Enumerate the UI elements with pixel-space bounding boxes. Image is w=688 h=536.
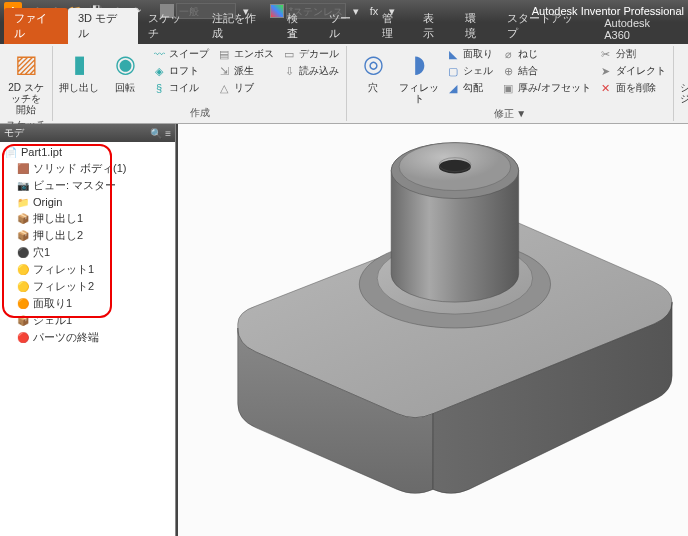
tree-item[interactable]: 📦シェル1 xyxy=(2,312,173,329)
rib-button[interactable]: △リブ xyxy=(214,80,277,96)
tab-a360[interactable]: Autodesk A360 xyxy=(594,14,688,44)
shell-button[interactable]: ▢シェル xyxy=(443,63,496,79)
combine-button[interactable]: ⊕結合 xyxy=(498,63,594,79)
tree-item-label: Origin xyxy=(33,196,62,208)
model-browser-title: モデ xyxy=(4,126,24,140)
sweep-icon: 〰 xyxy=(152,47,166,61)
tab-file[interactable]: ファイル xyxy=(4,8,68,44)
coil-button[interactable]: §コイル xyxy=(149,80,212,96)
tree-item-label: パーツの終端 xyxy=(33,330,99,345)
tree-item-icon: ⚫ xyxy=(16,246,30,260)
loft-icon: ◈ xyxy=(152,64,166,78)
tree-item-icon: 🟫 xyxy=(16,162,30,176)
tree-item-icon: 🟡 xyxy=(16,263,30,277)
tab-view[interactable]: 表示 xyxy=(413,8,455,44)
shape-gen-icon: ◆ xyxy=(684,48,688,80)
tab-sketch[interactable]: スケッチ xyxy=(138,8,202,44)
emboss-button[interactable]: ▤エンボス xyxy=(214,46,277,62)
tree-item[interactable]: 🟡フィレット2 xyxy=(2,278,173,295)
tree-item-label: ビュー: マスター xyxy=(33,178,116,193)
main-area: モデ 🔍 ≡ 📄Part1.ipt🟫ソリッド ボディ(1)📷ビュー: マスター📁… xyxy=(0,124,688,536)
fillet-icon: ◗ xyxy=(403,48,435,80)
tab-startup[interactable]: スタートアップ xyxy=(497,8,594,44)
ribbon-group-create: ▮ 押し出し ◉ 回転 〰スイープ ◈ロフト §コイル ▤エンボス ⇲派生 △リ… xyxy=(53,46,347,121)
loft-button[interactable]: ◈ロフト xyxy=(149,63,212,79)
thread-button[interactable]: ⌀ねじ xyxy=(498,46,594,62)
tab-annotate[interactable]: 注記を作成 xyxy=(202,8,277,44)
extrude-button[interactable]: ▮ 押し出し xyxy=(57,46,101,95)
combine-icon: ⊕ xyxy=(501,64,515,78)
tree-item-label: フィレット1 xyxy=(33,262,94,277)
fillet-button[interactable]: ◗ フィレット xyxy=(397,46,441,106)
tree-item[interactable]: 🟠面取り1 xyxy=(2,295,173,312)
split-button[interactable]: ✂分割 xyxy=(596,46,669,62)
tree-item[interactable]: 🟡フィレット1 xyxy=(2,261,173,278)
shell-icon: ▢ xyxy=(446,64,460,78)
tree-item[interactable]: 🟫ソリッド ボディ(1) xyxy=(2,160,173,177)
tab-environment[interactable]: 環境 xyxy=(455,8,497,44)
tree-item[interactable]: 📦押し出し2 xyxy=(2,227,173,244)
tab-tools[interactable]: ツール xyxy=(319,8,372,44)
tree-item-icon: 📁 xyxy=(16,195,30,209)
revolve-icon: ◉ xyxy=(109,48,141,80)
ribbon-group-modify: ◎ 穴 ◗ フィレット ◣面取り ▢シェル ◢勾配 ⌀ねじ ⊕結合 ▣厚み/オフ… xyxy=(347,46,674,121)
delete-face-button[interactable]: ✕面を削除 xyxy=(596,80,669,96)
delete-face-icon: ✕ xyxy=(599,81,613,95)
rib-icon: △ xyxy=(217,81,231,95)
search-icon[interactable]: 🔍 ≡ xyxy=(150,128,171,139)
ribbon-group-sketch: ▨ 2D スケッチを 開始 スケッチ xyxy=(0,46,53,121)
tree-item[interactable]: ⚫穴1 xyxy=(2,244,173,261)
tree-item-icon: 🟡 xyxy=(16,280,30,294)
model-browser-header: モデ 🔍 ≡ xyxy=(0,124,175,142)
tree-item[interactable]: 📦押し出し1 xyxy=(2,210,173,227)
tab-inspect[interactable]: 検査 xyxy=(277,8,319,44)
tree-item[interactable]: 📷ビュー: マスター xyxy=(2,177,173,194)
tree-item-icon: 🔴 xyxy=(16,331,30,345)
tree-item-label: 穴1 xyxy=(33,245,50,260)
viewport-3d[interactable] xyxy=(176,124,688,536)
decal-icon: ▭ xyxy=(282,47,296,61)
split-icon: ✂ xyxy=(599,47,613,61)
tree-item-label: シェル1 xyxy=(33,313,72,328)
model-3d-render xyxy=(178,124,688,536)
tree-item[interactable]: 📄Part1.ipt xyxy=(2,144,173,160)
derive-button[interactable]: ⇲派生 xyxy=(214,63,277,79)
sketch-icon: ▨ xyxy=(10,48,42,80)
direct-icon: ➤ xyxy=(599,64,613,78)
chamfer-icon: ◣ xyxy=(446,47,460,61)
tree-item-label: 面取り1 xyxy=(33,296,72,311)
model-browser: モデ 🔍 ≡ 📄Part1.ipt🟫ソリッド ボディ(1)📷ビュー: マスター📁… xyxy=(0,124,176,536)
group-label: 作成 xyxy=(190,105,210,121)
model-tree: 📄Part1.ipt🟫ソリッド ボディ(1)📷ビュー: マスター📁Origin📦… xyxy=(0,142,175,536)
tab-3d-model[interactable]: 3D モデル xyxy=(68,8,138,44)
tree-item-icon: 📦 xyxy=(16,314,30,328)
group-label: 修正 ▼ xyxy=(494,106,527,122)
thicken-icon: ▣ xyxy=(501,81,515,95)
hole-icon: ◎ xyxy=(357,48,389,80)
tree-item-label: ソリッド ボディ(1) xyxy=(33,161,127,176)
tree-item[interactable]: 📁Origin xyxy=(2,194,173,210)
tree-item[interactable]: 🔴パーツの終端 xyxy=(2,329,173,346)
hole-button[interactable]: ◎ 穴 xyxy=(351,46,395,95)
tree-item-icon: 🟠 xyxy=(16,297,30,311)
tab-manage[interactable]: 管理 xyxy=(372,8,414,44)
revolve-button[interactable]: ◉ 回転 xyxy=(103,46,147,95)
ribbon: ▨ 2D スケッチを 開始 スケッチ ▮ 押し出し ◉ 回転 〰スイープ ◈ロフ… xyxy=(0,44,688,124)
import-button[interactable]: ⇩読み込み xyxy=(279,63,342,79)
tree-item-label: フィレット2 xyxy=(33,279,94,294)
tree-item-icon: 📷 xyxy=(16,179,30,193)
sweep-button[interactable]: 〰スイープ xyxy=(149,46,212,62)
thicken-button[interactable]: ▣厚み/オフセット xyxy=(498,80,594,96)
direct-button[interactable]: ➤ダイレクト xyxy=(596,63,669,79)
decal-button[interactable]: ▭デカール xyxy=(279,46,342,62)
chamfer-button[interactable]: ◣面取り xyxy=(443,46,496,62)
tree-item-label: Part1.ipt xyxy=(21,146,62,158)
shape-generator-button[interactable]: ◆ シェイプ ジェネレータ xyxy=(678,46,688,117)
draft-button[interactable]: ◢勾配 xyxy=(443,80,496,96)
tree-item-label: 押し出し1 xyxy=(33,211,83,226)
thread-icon: ⌀ xyxy=(501,47,515,61)
tree-item-label: 押し出し2 xyxy=(33,228,83,243)
start-2d-sketch-button[interactable]: ▨ 2D スケッチを 開始 xyxy=(4,46,48,117)
emboss-icon: ▤ xyxy=(217,47,231,61)
extrude-icon: ▮ xyxy=(63,48,95,80)
